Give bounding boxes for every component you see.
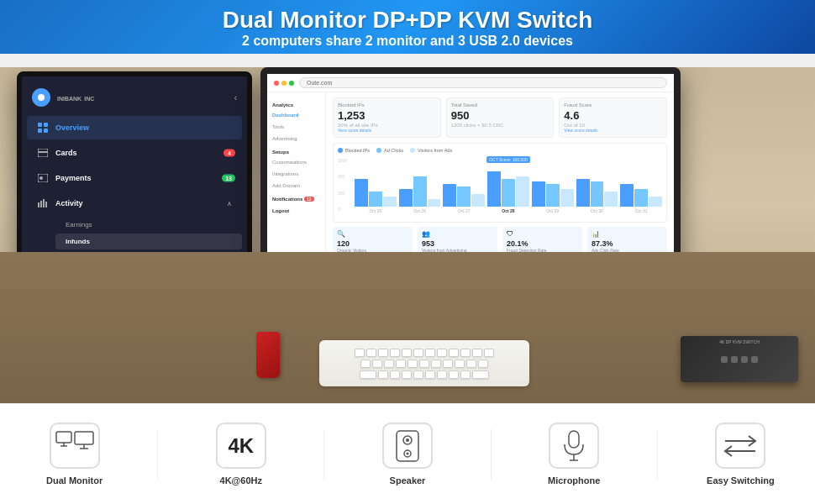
bars-6 [620,156,662,207]
key [402,349,412,357]
activity-label: Activity [55,199,83,207]
bars-5 [576,156,618,207]
bar-blocked-2 [443,184,456,207]
switching-icon-wrap [715,423,765,469]
stat-value-1: 950 [451,109,549,122]
bar-col-3: OCT Score: 100,000 Oct 28 [487,156,529,213]
bar-label-2: Oct 27 [458,208,471,213]
dash-nav-integrations[interactable]: Integrations [267,168,325,180]
cards-label: Cards [55,149,77,157]
switching-icon [722,431,759,461]
key-row-1 [355,349,494,357]
microphone-icon-wrap [549,423,599,469]
legend-clicks: Ad Clicks [376,148,403,153]
activity-arrow: ∧ [227,200,232,207]
card-icon [37,147,49,159]
svg-rect-3 [44,129,48,133]
key [408,360,418,368]
svg-rect-8 [38,202,39,207]
sidebar-item-payments[interactable]: Payments 13 [27,166,242,190]
bar-blocked-4 [532,181,545,207]
bar-clicks-4 [546,184,560,207]
key [437,349,447,357]
product-banner: Dual Monitor DP+DP KVM Switch 2 computer… [0,0,815,54]
stat-sub-1: 1200 clicks × $0.5 CRC [451,123,549,128]
dash-nav-advertising[interactable]: Advertising [267,133,325,144]
stat-value-0: 1,253 [338,109,436,122]
bar-clicks-2 [457,186,471,207]
bar-clicks-3 [502,179,515,207]
key [360,360,371,368]
dual-monitor-icon-wrap [50,423,100,469]
dash-nav-tools[interactable]: Tools [267,121,325,133]
dash-nav-customisations[interactable]: Customisations [267,156,325,168]
svg-rect-13 [56,432,71,443]
stat-link-2[interactable]: View score details [564,128,662,133]
features-bar: Dual Monitor 4K 4K@60Hz Speaker [0,403,815,504]
subnav-infunds[interactable]: Infunds [55,234,242,249]
chart-bars-area: 1000 600 200 0 [338,156,662,213]
feature-divider-3 [491,429,492,480]
bar-visitors-0 [383,197,397,207]
speaker-label: Speaker [390,475,426,486]
sidebar-item-activity[interactable]: Activity ∧ [27,192,242,215]
dash-nav-dashboard[interactable]: Dashboard [267,109,325,121]
bar-col-1: Oct 26 [399,156,441,213]
svg-rect-1 [44,123,48,127]
keyboard [319,340,529,386]
grid-icon [37,122,49,134]
dash-nav-add-domain[interactable]: Add Domain [267,180,325,192]
dual-monitor-icon [55,431,94,461]
stats-row: Blocked IPs 1,253 20% of all site IPs Vi… [333,97,667,138]
svg-rect-10 [43,199,45,207]
sidebar-item-cards[interactable]: Cards 4 [27,141,242,165]
key [355,349,365,357]
key [378,370,388,379]
browser-header: Oute.com [267,74,674,92]
svg-rect-0 [38,123,42,127]
sidebar-item-overview[interactable]: Overview [27,116,242,139]
chart-tooltip: OCT Score: 100,000 [486,156,530,163]
chart-legend: Blocked IPs Ad Clicks Visitors from Ads [338,148,662,153]
kvm-port-4 [751,356,758,363]
key [419,360,429,368]
dash-nav-logout[interactable]: Logout [267,203,325,215]
kvm-label: 4K DP KVM SWITCH [681,339,798,344]
key [384,360,394,368]
bar-visitors-5 [604,192,618,207]
bars-0 [355,156,397,207]
collapse-icon[interactable]: ‹ [234,93,237,102]
url-bar[interactable]: Oute.com [299,77,667,88]
feature-divider-4 [657,429,658,480]
bar-clicks-0 [369,192,382,207]
stat-link-0[interactable]: View score details [338,128,436,133]
dual-monitor-label: Dual Monitor [46,475,103,486]
legend-dot-blocked [338,148,343,153]
main-content: INIBANK INC ‹ [0,67,815,504]
kvm-port-1 [721,356,728,363]
key [443,360,453,368]
key [413,349,423,357]
payments-icon [37,172,49,184]
bar-clicks-6 [634,189,648,207]
microphone-icon [561,429,586,463]
payments-badge: 13 [222,175,235,182]
legend-blocked: Blocked IPs [338,148,370,153]
overview-label: Overview [55,123,89,132]
key [466,360,476,368]
key [425,349,435,357]
svg-rect-2 [38,129,42,133]
product-photo-area: INIBANK INC ‹ [0,67,815,403]
dash-nav-notifications: Notifications 12 [267,192,325,203]
bottom-stat-value-1: 953 [422,239,493,248]
bar-label-4: Oct 29 [546,208,559,213]
key [378,349,388,357]
bar-chart: Blocked IPs Ad Clicks Visitors from Ads [333,143,667,223]
key [437,370,447,379]
brand-name: INIBANK INC [57,92,94,102]
dash-nav-setups: Setups [267,144,325,156]
subnav-earnings[interactable]: Earnings [55,217,242,233]
bottom-stat-value-2: 20.1% [507,239,578,248]
bar-col-6: Oct 31 [620,156,662,213]
bar-blocked-6 [620,184,634,207]
